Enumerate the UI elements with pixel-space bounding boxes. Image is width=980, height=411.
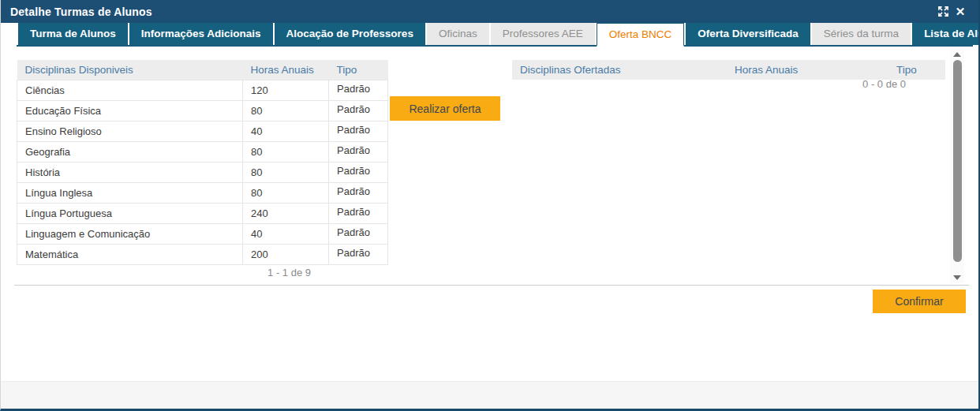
scrollbar-thumb[interactable] bbox=[953, 60, 962, 262]
table-cell: Padrão bbox=[329, 182, 388, 203]
table-row[interactable]: Geografia80Padrão bbox=[17, 141, 388, 162]
detalhe-turmas-dialog: Detalhe Turmas de Alunos ✕ Turma de Alun… bbox=[0, 0, 980, 411]
realizar-oferta-button[interactable]: Realizar oferta bbox=[390, 96, 500, 121]
table-cell: Padrão bbox=[329, 203, 388, 223]
table-cell: Padrão bbox=[329, 121, 388, 141]
table-cell: Ensino Religioso bbox=[17, 121, 243, 141]
table-cell: Língua Inglesa bbox=[17, 182, 243, 203]
table-cell: 80 bbox=[243, 100, 329, 121]
table-cell: Padrão bbox=[329, 244, 388, 264]
disciplinas-ofertadas-grid: Disciplinas Ofertadas Horas Anuais Tipo bbox=[512, 60, 945, 80]
table-cell: 80 bbox=[243, 141, 329, 162]
column-header-disciplinas-ofertadas[interactable]: Disciplinas Ofertadas bbox=[512, 60, 727, 80]
tab-oferta-bncc[interactable]: Oferta BNCC bbox=[597, 23, 685, 47]
dialog-title: Detalhe Turmas de Alunos bbox=[10, 6, 152, 18]
table-cell: Linguagem e Comunicação bbox=[17, 223, 243, 244]
tab-lista-de-alunos[interactable]: Lista de Alunos bbox=[912, 23, 980, 45]
maximize-icon[interactable] bbox=[934, 4, 952, 20]
dialog-footer bbox=[1, 381, 978, 409]
tab-alocacao-de-professores[interactable]: Alocação de Professores bbox=[275, 23, 425, 45]
left-grid-pagination: 1 - 1 de 9 bbox=[17, 267, 311, 278]
vertical-scrollbar[interactable] bbox=[950, 49, 964, 283]
column-header-tipo[interactable]: Tipo bbox=[888, 60, 945, 80]
table-row[interactable]: Linguagem e Comunicação40Padrão bbox=[17, 223, 388, 244]
column-header-tipo[interactable]: Tipo bbox=[329, 60, 388, 80]
table-cell: Geografia bbox=[17, 141, 243, 162]
tab-informacoes-adicionais[interactable]: Informações Adicionais bbox=[129, 23, 273, 45]
column-header-horas-anuais[interactable]: Horas Anuais bbox=[243, 60, 329, 80]
table-cell: 240 bbox=[243, 203, 329, 223]
table-cell: Língua Portuguesa bbox=[17, 203, 243, 223]
footer-divider bbox=[14, 285, 969, 286]
table-cell: Padrão bbox=[329, 80, 388, 100]
table-cell: Padrão bbox=[329, 162, 388, 182]
right-grid-pagination: 0 - 0 de 0 bbox=[512, 78, 906, 90]
table-row[interactable]: Ciências120Padrão bbox=[17, 80, 388, 100]
table-cell: 40 bbox=[243, 223, 329, 244]
table-row[interactable]: Língua Inglesa80Padrão bbox=[17, 182, 388, 203]
tab-strip: Turma de AlunosInformações AdicionaisAlo… bbox=[17, 23, 973, 47]
table-cell: 120 bbox=[243, 80, 329, 100]
tab-series-da-turma[interactable]: Séries da turma bbox=[812, 23, 911, 45]
scroll-up-icon[interactable] bbox=[953, 52, 961, 57]
table-cell: 80 bbox=[243, 162, 329, 182]
table-cell: Padrão bbox=[329, 141, 388, 162]
tab-turma-de-alunos[interactable]: Turma de Alunos bbox=[18, 23, 128, 45]
table-cell: História bbox=[17, 162, 243, 182]
confirmar-button[interactable]: Confirmar bbox=[873, 290, 966, 313]
table-cell: Padrão bbox=[329, 100, 388, 121]
tab-panel-oferta-bncc: Disciplinas Disponiveis Horas Anuais Tip… bbox=[1, 47, 978, 381]
table-row[interactable]: Língua Portuguesa240Padrão bbox=[17, 203, 388, 223]
table-cell: 200 bbox=[243, 244, 329, 264]
table-cell: Educação Física bbox=[17, 100, 243, 121]
table-row[interactable]: Educação Física80Padrão bbox=[17, 100, 388, 121]
table-cell: 80 bbox=[243, 182, 329, 203]
table-row[interactable]: História80Padrão bbox=[17, 162, 388, 182]
close-icon[interactable]: ✕ bbox=[952, 4, 969, 20]
table-cell: Ciências bbox=[17, 80, 243, 100]
table-cell: 40 bbox=[243, 121, 329, 141]
scroll-down-icon[interactable] bbox=[953, 275, 961, 280]
tab-professores-aee[interactable]: Professores AEE bbox=[491, 23, 595, 45]
disciplinas-disponiveis-grid: Disciplinas Disponiveis Horas Anuais Tip… bbox=[17, 60, 388, 265]
table-cell: Matemática bbox=[17, 244, 243, 264]
table-row[interactable]: Matemática200Padrão bbox=[17, 244, 388, 264]
column-header-disciplinas-disponiveis[interactable]: Disciplinas Disponiveis bbox=[17, 60, 243, 80]
table-cell: Padrão bbox=[329, 223, 388, 244]
table-row[interactable]: Ensino Religioso40Padrão bbox=[17, 121, 388, 141]
dialog-titlebar: Detalhe Turmas de Alunos ✕ bbox=[1, 0, 978, 23]
tab-oferta-diversificada[interactable]: Oferta Diversificada bbox=[686, 23, 810, 45]
tab-oficinas[interactable]: Oficinas bbox=[427, 23, 489, 45]
column-header-horas-anuais[interactable]: Horas Anuais bbox=[727, 60, 888, 80]
